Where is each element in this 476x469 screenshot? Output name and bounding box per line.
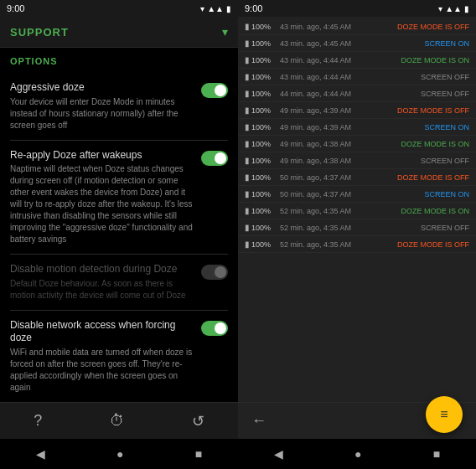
left-android-nav: ◀ ● ■ <box>0 439 238 469</box>
options-section: OPTIONS <box>0 48 238 73</box>
log-event-label: SCREEN ON <box>360 190 469 198</box>
log-item: ▮100%52 min. ago, 4:35 AMSCREEN OFF <box>238 219 476 236</box>
log-event-label: DOZE MODE IS ON <box>360 207 469 215</box>
battery-level-icon: ▮ <box>245 122 250 131</box>
toggle-disable-network[interactable] <box>201 321 228 336</box>
left-bottom-nav: ? ⏱ ↺ <box>0 402 238 439</box>
battery-percent: 100% <box>251 90 271 98</box>
battery-icon-left: ▮ <box>226 4 231 13</box>
setting-desc-re-apply-doze: Naptime will detect when Doze status cha… <box>10 163 194 245</box>
battery-percent: 100% <box>251 140 271 148</box>
fab-button[interactable]: ≡ <box>426 396 463 433</box>
setting-title-re-apply-doze: Re-apply Doze after wakeups <box>10 149 194 162</box>
log-event-label: DOZE MODE IS ON <box>360 56 469 64</box>
recents-button-left[interactable]: ■ <box>195 447 202 461</box>
back-button-right[interactable]: ◀ <box>274 447 283 461</box>
log-item: ▮100%43 min. ago, 4:45 AMSCREEN ON <box>238 35 476 52</box>
battery-percent: 100% <box>251 106 271 115</box>
signal-icon-right: ▲▲ <box>445 4 462 13</box>
log-event-label: SCREEN OFF <box>360 224 469 232</box>
right-android-nav: ◀ ● ■ <box>238 439 476 469</box>
battery-percent: 100% <box>251 240 271 249</box>
setting-desc-disable-motion: Default Doze behaviour. As soon as there… <box>10 278 194 302</box>
help-icon[interactable]: ? <box>34 412 42 430</box>
battery-level-icon: ▮ <box>245 139 250 148</box>
log-timestamp: 43 min. ago, 4:44 AM <box>280 73 355 81</box>
battery-level-icon: ▮ <box>245 106 250 115</box>
log-item: ▮100%43 min. ago, 4:44 AMDOZE MODE IS ON <box>238 52 476 69</box>
log-battery: ▮100% <box>245 240 275 249</box>
setting-title-aggressive-doze: Aggressive doze <box>10 81 194 95</box>
recents-button-right[interactable]: ■ <box>433 447 440 461</box>
options-label: OPTIONS <box>10 56 228 66</box>
log-timestamp: 50 min. ago, 4:37 AM <box>280 190 355 198</box>
log-battery: ▮100% <box>245 156 275 165</box>
setting-title-disable-motion: Disable motion detection during Doze <box>10 263 194 276</box>
battery-percent: 100% <box>251 190 271 198</box>
left-status-icons: ▾ ▲▲ ▮ <box>200 4 231 13</box>
log-battery: ▮100% <box>245 89 275 98</box>
battery-percent: 100% <box>251 224 271 232</box>
log-battery: ▮100% <box>245 189 275 198</box>
home-button-right[interactable]: ● <box>354 447 361 461</box>
left-time: 9:00 <box>7 3 24 13</box>
log-timestamp: 49 min. ago, 4:39 AM <box>280 106 355 115</box>
battery-percent: 100% <box>251 56 271 64</box>
log-event-label: SCREEN OFF <box>360 73 469 81</box>
log-timestamp: 43 min. ago, 4:44 AM <box>280 56 355 64</box>
log-timestamp: 50 min. ago, 4:37 AM <box>280 173 355 182</box>
log-event-label: DOZE MODE IS OFF <box>360 23 469 31</box>
battery-level-icon: ▮ <box>245 173 250 182</box>
wifi-icon-right: ▾ <box>438 4 442 13</box>
toggle-aggressive-doze[interactable] <box>201 83 228 98</box>
menu-icon: ≡ <box>440 407 448 422</box>
settings-scroll: Aggressive dozeYour device will enter Do… <box>0 73 238 402</box>
back-button-left[interactable]: ◀ <box>36 447 45 461</box>
battery-level-icon: ▮ <box>245 89 250 98</box>
left-status-bar: 9:00 ▾ ▲▲ ▮ <box>0 0 238 17</box>
right-time: 9:00 <box>245 3 262 13</box>
log-battery: ▮100% <box>245 139 275 148</box>
log-battery: ▮100% <box>245 72 275 81</box>
log-battery: ▮100% <box>245 173 275 182</box>
right-bottom-nav: ← ≡ <box>238 402 476 439</box>
battery-level-icon: ▮ <box>245 156 250 165</box>
log-battery: ▮100% <box>245 55 275 64</box>
log-timestamp: 43 min. ago, 4:45 AM <box>280 23 355 31</box>
battery-percent: 100% <box>251 23 271 31</box>
support-header[interactable]: SUPPORT ▾ <box>0 17 238 48</box>
battery-level-icon: ▮ <box>245 55 250 64</box>
log-timestamp: 44 min. ago, 4:44 AM <box>280 90 355 98</box>
toggle-re-apply-doze[interactable] <box>201 151 228 166</box>
log-item: ▮100%49 min. ago, 4:38 AMDOZE MODE IS ON <box>238 136 476 152</box>
battery-level-icon: ▮ <box>245 72 250 81</box>
timer-icon[interactable]: ⏱ <box>110 412 125 430</box>
setting-desc-disable-network: WiFi and mobile data are turned off when… <box>10 347 194 394</box>
wifi-icon: ▾ <box>200 4 204 13</box>
log-item: ▮100%43 min. ago, 4:44 AMSCREEN OFF <box>238 69 476 85</box>
battery-level-icon: ▮ <box>245 206 250 215</box>
battery-level-icon: ▮ <box>245 189 250 198</box>
log-timestamp: 49 min. ago, 4:38 AM <box>280 140 355 148</box>
log-battery: ▮100% <box>245 122 275 131</box>
battery-percent: 100% <box>251 73 271 81</box>
signal-icon: ▲▲ <box>207 4 224 13</box>
setting-desc-aggressive-doze: Your device will enter Doze Mode in minu… <box>10 96 194 131</box>
battery-percent: 100% <box>251 157 271 165</box>
log-timestamp: 43 min. ago, 4:45 AM <box>280 39 355 48</box>
back-arrow-icon[interactable]: ← <box>251 412 266 430</box>
log-item: ▮100%49 min. ago, 4:39 AMSCREEN ON <box>238 119 476 136</box>
support-title: SUPPORT <box>10 26 69 39</box>
refresh-icon[interactable]: ↺ <box>192 412 204 430</box>
log-event-label: SCREEN ON <box>360 123 469 131</box>
home-button-left[interactable]: ● <box>116 447 123 461</box>
log-event-label: SCREEN ON <box>360 39 469 48</box>
battery-level-icon: ▮ <box>245 39 250 48</box>
log-item: ▮100%52 min. ago, 4:35 AMDOZE MODE IS OF… <box>238 236 476 253</box>
setting-item-disable-network: Disable network access when forcing doze… <box>10 311 228 402</box>
log-item: ▮100%50 min. ago, 4:37 AMSCREEN ON <box>238 186 476 203</box>
log-battery: ▮100% <box>245 223 275 232</box>
setting-item-re-apply-doze: Re-apply Doze after wakeupsNaptime will … <box>10 141 228 255</box>
log-item: ▮100%43 min. ago, 4:45 AMDOZE MODE IS OF… <box>238 18 476 35</box>
log-event-label: DOZE MODE IS ON <box>360 140 469 148</box>
